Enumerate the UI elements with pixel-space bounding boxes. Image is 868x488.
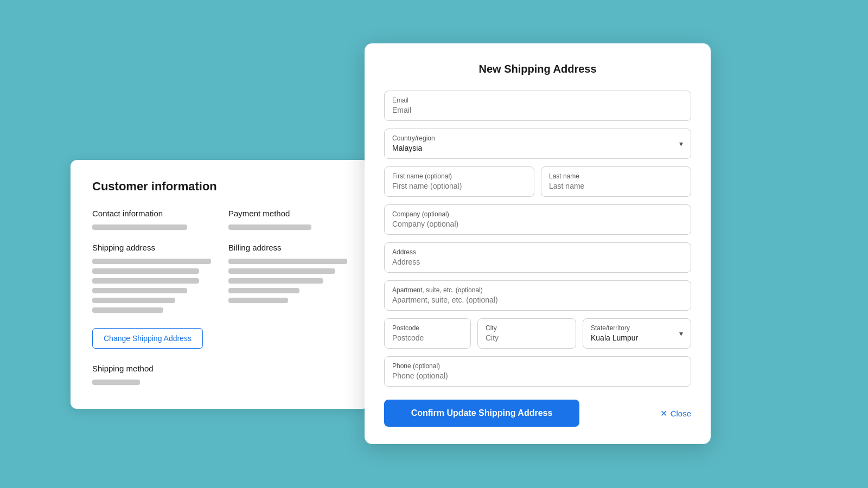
company-input[interactable] (392, 220, 683, 228)
close-button[interactable]: ✕ Close (660, 408, 691, 419)
first-name-field-wrapper: First name (optional) (384, 166, 534, 197)
confirm-update-button[interactable]: Confirm Update Shipping Address (384, 400, 579, 427)
postcode-label: Postcode (392, 324, 463, 332)
country-group: Country/region Malaysia ▾ (384, 129, 691, 159)
postcode-input[interactable] (392, 333, 463, 342)
shipping-method-label: Shipping method (92, 364, 211, 373)
last-name-label: Last name (549, 172, 683, 180)
company-group: Company (optional) (384, 204, 691, 235)
first-name-label: First name (optional) (392, 172, 526, 180)
state-select[interactable]: Kuala Lumpur (591, 333, 683, 342)
apartment-field-wrapper: Apartment, suite, etc. (optional) (384, 280, 691, 311)
customer-info-card: Customer information Contact information… (71, 160, 369, 409)
address-label: Address (392, 248, 683, 256)
apartment-input[interactable] (392, 296, 683, 304)
billing-skeleton-1 (228, 259, 347, 264)
billing-skeleton-3 (228, 278, 323, 284)
address-input[interactable] (392, 258, 683, 266)
close-x-icon: ✕ (660, 408, 667, 419)
company-label: Company (optional) (392, 210, 683, 218)
location-group: Postcode City State/territory Kuala Lump… (384, 318, 691, 349)
close-button-label: Close (671, 409, 691, 418)
company-field-wrapper: Company (optional) (384, 204, 691, 235)
shipping-skeleton-2 (92, 268, 199, 274)
shipping-method-skeleton (92, 380, 140, 385)
customer-info-title: Customer information (92, 179, 347, 194)
phone-label: Phone (optional) (392, 362, 683, 370)
state-label: State/territory (591, 324, 683, 332)
first-name-input[interactable] (392, 182, 526, 190)
email-field-wrapper: Email (384, 91, 691, 121)
shipping-skeleton-3 (92, 278, 199, 284)
city-field-wrapper: City (477, 318, 576, 349)
billing-skeleton-4 (228, 288, 299, 293)
billing-skeleton-2 (228, 268, 335, 274)
contact-info-label: Contact information (92, 209, 211, 218)
modal-footer: Confirm Update Shipping Address ✕ Close (384, 400, 691, 427)
phone-group: Phone (optional) (384, 356, 691, 387)
last-name-input[interactable] (549, 182, 683, 190)
phone-input[interactable] (392, 371, 683, 380)
city-input[interactable] (486, 333, 568, 342)
payment-skeleton-1 (228, 224, 311, 230)
email-group: Email (384, 91, 691, 121)
state-field-wrapper: State/territory Kuala Lumpur ▾ (583, 318, 691, 349)
email-label: Email (392, 97, 683, 104)
address-group: Address (384, 242, 691, 273)
new-shipping-address-modal: New Shipping Address Email Country/regio… (365, 43, 711, 444)
payment-method-label: Payment method (228, 209, 347, 218)
contact-skeleton-1 (92, 224, 187, 230)
country-label: Country/region (392, 134, 683, 142)
change-shipping-address-button[interactable]: Change Shipping Address (92, 328, 203, 349)
phone-field-wrapper: Phone (optional) (384, 356, 691, 387)
address-field-wrapper: Address (384, 242, 691, 273)
billing-skeleton-5 (228, 298, 288, 303)
billing-address-label: Billing address (228, 243, 347, 252)
country-field-wrapper: Country/region Malaysia ▾ (384, 129, 691, 159)
postcode-field-wrapper: Postcode (384, 318, 471, 349)
name-group: First name (optional) Last name (384, 166, 691, 197)
city-label: City (486, 324, 568, 332)
country-select[interactable]: Malaysia (392, 144, 683, 152)
shipping-skeleton-1 (92, 259, 211, 264)
shipping-skeleton-6 (92, 307, 163, 313)
email-input[interactable] (392, 106, 683, 114)
shipping-skeleton-4 (92, 288, 187, 293)
shipping-skeleton-5 (92, 298, 175, 303)
last-name-field-wrapper: Last name (541, 166, 691, 197)
modal-title: New Shipping Address (384, 63, 691, 75)
shipping-address-label: Shipping address (92, 243, 211, 252)
apartment-label: Apartment, suite, etc. (optional) (392, 286, 683, 294)
apartment-group: Apartment, suite, etc. (optional) (384, 280, 691, 311)
